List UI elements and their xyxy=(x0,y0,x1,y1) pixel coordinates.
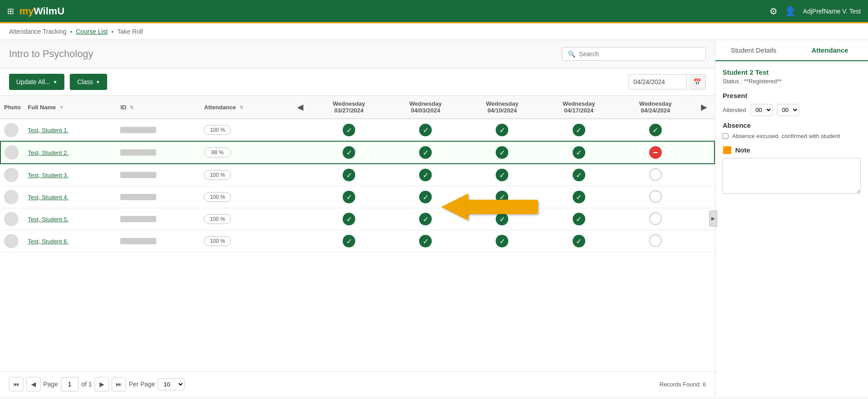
empty-check[interactable] xyxy=(649,168,662,181)
col-date-5: Wednesday 04/24/2024 xyxy=(617,96,694,119)
present-check[interactable]: ✓ xyxy=(419,146,432,159)
col-attendance[interactable]: Attendance ⇅ xyxy=(200,96,290,119)
present-check[interactable]: ✓ xyxy=(573,146,585,159)
student-id xyxy=(120,194,156,200)
hours-select[interactable]: 00 01 02 03 xyxy=(750,104,773,116)
present-check[interactable]: ✓ xyxy=(343,235,355,247)
minutes-select[interactable]: 00 15 30 45 xyxy=(777,104,799,116)
last-page-button[interactable]: ⏭ xyxy=(112,377,126,391)
check-cell-4-4[interactable] xyxy=(617,208,694,230)
tab-student-details[interactable]: Student Details xyxy=(715,40,792,60)
check-cell-0-1[interactable]: ✓ xyxy=(387,119,464,141)
check-cell-2-2[interactable]: ✓ xyxy=(464,164,540,186)
student-link[interactable]: Test, Student 4. xyxy=(28,194,68,201)
present-check[interactable]: ✓ xyxy=(496,191,508,203)
check-cell-4-2[interactable]: ✓ xyxy=(464,208,540,230)
first-page-button[interactable]: ⏮ xyxy=(9,377,23,391)
check-cell-1-1[interactable]: ✓ xyxy=(387,141,464,164)
check-cell-5-2[interactable]: ✓ xyxy=(464,230,540,252)
calendar-button[interactable]: 📅 xyxy=(689,74,706,90)
check-cell-3-2[interactable]: ✓ xyxy=(464,186,540,208)
check-cell-4-3[interactable]: ✓ xyxy=(541,208,617,230)
check-cell-3-0[interactable]: ✓ xyxy=(311,186,387,208)
attendance-badge: 100 % xyxy=(204,125,231,135)
absence-excused-checkbox[interactable] xyxy=(723,133,728,139)
student-link[interactable]: Test, Student 6. xyxy=(28,238,68,245)
present-check[interactable]: ✓ xyxy=(496,124,508,136)
gear-icon[interactable]: ⚙ xyxy=(769,6,778,17)
present-check[interactable]: ✓ xyxy=(343,169,355,181)
present-check[interactable]: ✓ xyxy=(343,124,355,136)
class-button[interactable]: Class ▼ xyxy=(70,74,107,90)
present-check[interactable]: ✓ xyxy=(496,235,508,247)
check-cell-3-3[interactable]: ✓ xyxy=(541,186,617,208)
user-icon[interactable]: 👤 xyxy=(785,6,796,17)
col-next-nav[interactable]: ▶ xyxy=(694,96,714,119)
col-full-name[interactable]: Full Name ▼ xyxy=(24,96,117,119)
check-cell-4-0[interactable]: ✓ xyxy=(311,208,387,230)
check-cell-0-4[interactable]: ✓ xyxy=(617,119,694,141)
present-check[interactable]: ✓ xyxy=(343,191,355,203)
check-cell-4-1[interactable]: ✓ xyxy=(387,208,464,230)
prev-page-button[interactable]: ◀ xyxy=(26,377,41,391)
check-cell-1-3[interactable]: ✓ xyxy=(541,141,617,164)
search-input[interactable] xyxy=(579,50,700,58)
check-cell-3-1[interactable]: ✓ xyxy=(387,186,464,208)
present-check[interactable]: ✓ xyxy=(419,124,432,136)
present-check[interactable]: ✓ xyxy=(496,169,508,181)
check-cell-5-1[interactable]: ✓ xyxy=(387,230,464,252)
present-check[interactable]: ✓ xyxy=(573,124,585,136)
next-date-button[interactable]: ▶ xyxy=(697,100,711,114)
note-textarea[interactable] xyxy=(723,158,861,194)
check-cell-5-0[interactable]: ✓ xyxy=(311,230,387,252)
present-check[interactable]: ✓ xyxy=(649,124,662,136)
empty-check[interactable] xyxy=(649,190,662,203)
check-cell-0-0[interactable]: ✓ xyxy=(311,119,387,141)
col-id[interactable]: ID ⇅ xyxy=(117,96,200,119)
present-check[interactable]: ✓ xyxy=(343,213,355,225)
present-check[interactable]: ✓ xyxy=(496,146,508,159)
check-cell-2-0[interactable]: ✓ xyxy=(311,164,387,186)
check-cell-2-4[interactable] xyxy=(617,164,694,186)
course-title: Intro to Psychology xyxy=(9,48,93,60)
check-cell-0-2[interactable]: ✓ xyxy=(464,119,540,141)
present-check[interactable]: ✓ xyxy=(419,235,432,247)
present-check[interactable]: ✓ xyxy=(573,169,585,181)
grid-icon[interactable]: ⊞ xyxy=(7,6,14,16)
student-link[interactable]: Test, Student 5. xyxy=(28,216,68,223)
absent-check[interactable]: − xyxy=(649,146,662,159)
check-cell-2-3[interactable]: ✓ xyxy=(541,164,617,186)
student-link[interactable]: Test, Student 2. xyxy=(28,149,68,156)
present-check[interactable]: ✓ xyxy=(419,191,432,203)
present-check[interactable]: ✓ xyxy=(343,146,355,159)
student-link[interactable]: Test, Student 3. xyxy=(28,172,68,179)
present-check[interactable]: ✓ xyxy=(419,169,432,181)
student-link[interactable]: Test, Student 1. xyxy=(28,127,68,134)
col-prev-nav[interactable]: ◀ xyxy=(290,96,311,119)
check-cell-1-2[interactable]: ✓ xyxy=(464,141,540,164)
present-check[interactable]: ✓ xyxy=(573,235,585,247)
present-check[interactable]: ✓ xyxy=(419,213,432,225)
per-page-select[interactable]: 10 25 50 100 xyxy=(158,378,185,390)
present-check[interactable]: ✓ xyxy=(573,191,585,203)
prev-date-button[interactable]: ◀ xyxy=(294,100,307,114)
tab-attendance[interactable]: Attendance xyxy=(792,40,868,60)
check-cell-5-4[interactable] xyxy=(617,230,694,252)
present-check[interactable]: ✓ xyxy=(496,213,508,225)
check-cell-5-3[interactable]: ✓ xyxy=(541,230,617,252)
empty-check[interactable] xyxy=(649,212,662,225)
date-input[interactable] xyxy=(628,74,687,90)
search-box[interactable]: 🔍 xyxy=(562,47,706,61)
check-cell-3-4[interactable] xyxy=(617,186,694,208)
breadcrumb-course-list[interactable]: Course List xyxy=(76,28,108,35)
check-cell-1-0[interactable]: ✓ xyxy=(311,141,387,164)
update-all-button[interactable]: Update All... ▼ xyxy=(9,74,64,90)
check-cell-2-1[interactable]: ✓ xyxy=(387,164,464,186)
empty-check[interactable] xyxy=(649,234,662,247)
check-cell-1-4[interactable]: − xyxy=(617,141,694,164)
check-cell-0-3[interactable]: ✓ xyxy=(541,119,617,141)
present-check[interactable]: ✓ xyxy=(573,213,585,225)
next-page-button[interactable]: ▶ xyxy=(95,377,109,391)
panel-collapse-button[interactable]: ▶ xyxy=(709,211,717,227)
page-input[interactable] xyxy=(61,377,79,391)
